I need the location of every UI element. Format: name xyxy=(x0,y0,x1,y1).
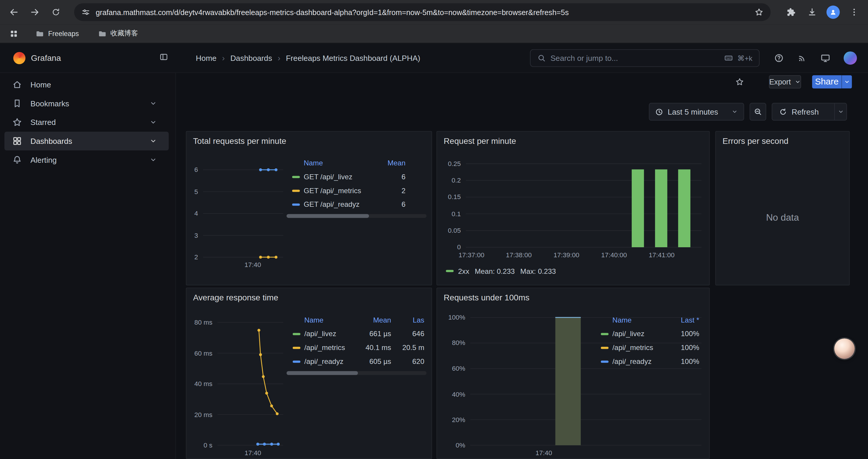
star-icon xyxy=(735,77,744,86)
time-range-picker[interactable]: Last 5 minutes xyxy=(649,103,744,121)
extensions-puzzle-icon xyxy=(787,8,796,17)
extensions-button[interactable] xyxy=(782,3,801,22)
reload-button[interactable] xyxy=(46,3,65,22)
site-settings-icon[interactable] xyxy=(81,8,90,17)
url-text[interactable]: grafana.mathmast.com/d/deytv4rwavabkb/fr… xyxy=(96,8,749,16)
chart-canvas[interactable] xyxy=(217,323,283,446)
user-avatar[interactable] xyxy=(844,51,857,64)
bookmark-item[interactable]: 收藏博客 xyxy=(98,29,138,38)
apps-grid-icon xyxy=(9,29,18,38)
legend-series-name[interactable]: GET /api/_livez xyxy=(292,172,379,181)
legend-series-name[interactable]: /api/_readyz xyxy=(293,357,359,366)
grafana-logo[interactable] xyxy=(13,52,25,64)
sidebar-item-dashboards[interactable]: Dashboards xyxy=(4,132,169,151)
legend-series-name[interactable]: GET /api/_readyz xyxy=(292,200,379,208)
legend-row[interactable]: GET /api/_livez6 xyxy=(292,170,406,184)
chart-plot[interactable]: 6543217:40 xyxy=(203,170,283,257)
legend-series-name[interactable]: /api/_livez xyxy=(601,330,671,338)
legend-row[interactable]: GET /api/_metrics2 xyxy=(292,184,406,198)
breadcrumb-item[interactable]: Freeleaps Metrics Dashboard (ALPHA) xyxy=(286,54,421,62)
panel-title[interactable]: Request per minute xyxy=(444,136,516,145)
back-button[interactable] xyxy=(4,3,23,22)
scrollbar-thumb[interactable] xyxy=(286,214,369,218)
legend-series-name[interactable]: /api/_metrics xyxy=(601,343,671,352)
legend-value: 620 xyxy=(391,357,427,366)
favorite-dashboard-button[interactable] xyxy=(733,75,746,89)
legend-row[interactable]: /api/_readyz100% xyxy=(601,355,699,368)
sidebar-item-label: Bookmarks xyxy=(30,99,146,108)
pan​el-title[interactable]: Errors per second xyxy=(722,136,788,145)
series-label: /api/_metrics xyxy=(304,343,345,352)
legend-row[interactable]: /api/_readyz605 µs620 xyxy=(293,355,427,368)
panel-title[interactable]: Requests under 100ms xyxy=(444,293,529,302)
mega-menu-toggle[interactable] xyxy=(159,52,168,63)
grafana-app: Grafana Home›Dashboards›Freeleaps Metric… xyxy=(0,43,868,459)
bookmark-item[interactable]: Freeleaps xyxy=(35,29,79,38)
sidebar-item-starred[interactable]: Starred xyxy=(4,113,169,132)
search-shortcut: ⌘+k xyxy=(737,54,752,62)
chart-plot[interactable]: 80 ms60 ms40 ms20 ms0 s17:40 xyxy=(217,323,283,446)
chart-plot[interactable]: 0.250.20.150.10.05017:37:0017:38:0017:39… xyxy=(466,164,702,247)
legend-series-name[interactable]: GET /api/_metrics xyxy=(292,186,379,195)
legend-row[interactable]: /api/_metrics100% xyxy=(601,340,699,355)
bookmark-star-icon[interactable] xyxy=(754,8,764,17)
sidebar-nav: HomeBookmarksStarredDashboardsAlerting xyxy=(0,73,176,459)
legend-stat: Mean: 0.233 xyxy=(475,267,515,275)
rss-icon[interactable] xyxy=(797,53,807,63)
legend-series-name[interactable]: 2xx xyxy=(458,267,469,275)
refresh-button[interactable]: Refresh xyxy=(772,103,834,120)
legend-column-header[interactable]: Mean xyxy=(379,159,406,167)
apps-button[interactable] xyxy=(6,26,21,41)
search-box[interactable]: ⌘+k xyxy=(530,49,760,67)
breadcrumb-item[interactable]: Home xyxy=(196,54,217,62)
export-button[interactable]: Export xyxy=(769,75,801,89)
chevron-down-icon[interactable] xyxy=(150,156,157,164)
chart-canvas[interactable] xyxy=(466,164,702,247)
chevron-down-icon[interactable] xyxy=(150,119,157,126)
browser-menu-button[interactable] xyxy=(845,3,864,22)
search-input[interactable] xyxy=(550,54,720,63)
sidebar-item-label: Starred xyxy=(30,118,146,127)
forward-button[interactable] xyxy=(25,3,44,22)
sidebar-item-alerting[interactable]: Alerting xyxy=(4,150,169,169)
legend-value: 40.1 ms xyxy=(359,343,391,352)
legend-row[interactable]: /api/_livez661 µs646 xyxy=(293,327,427,341)
legend-column-header[interactable]: Name xyxy=(601,316,671,324)
series-label: GET /api/_metrics xyxy=(304,186,361,195)
display-icon[interactable] xyxy=(820,53,831,63)
chevron-down-icon[interactable] xyxy=(150,137,157,145)
sidebar-item-home[interactable]: Home xyxy=(4,75,169,94)
breadcrumb-item[interactable]: Dashboards xyxy=(230,54,272,62)
zoom-out-button[interactable] xyxy=(749,103,766,121)
address-bar[interactable]: grafana.mathmast.com/d/deytv4rwavabkb/fr… xyxy=(74,3,771,21)
legend-row[interactable]: GET /api/_readyz6 xyxy=(292,197,406,211)
downloads-button[interactable] xyxy=(803,3,822,22)
y-tick-label: 0% xyxy=(456,441,465,449)
bookmark-label: 收藏博客 xyxy=(111,29,138,38)
legend-series-name[interactable]: /api/_readyz xyxy=(601,357,671,366)
legend-column-header[interactable]: Last * xyxy=(670,316,699,324)
help-icon[interactable] xyxy=(774,53,784,63)
floating-assistant-avatar[interactable] xyxy=(834,338,855,359)
chart-canvas[interactable] xyxy=(203,170,283,257)
panel-title[interactable]: Total requests per minute xyxy=(193,136,286,145)
legend-column-header[interactable]: Mean xyxy=(359,316,391,324)
legend-series-name[interactable]: /api/_metrics xyxy=(293,343,359,352)
series-swatch xyxy=(446,270,454,272)
legend-scrollbar[interactable] xyxy=(286,214,427,218)
legend-series-name[interactable]: /api/_livez xyxy=(293,330,359,338)
sidebar-item-bookmarks[interactable]: Bookmarks xyxy=(4,94,169,113)
panel-title[interactable]: Average response time xyxy=(193,293,278,302)
share-dropdown-button[interactable] xyxy=(841,75,852,89)
legend-row[interactable]: /api/_livez100% xyxy=(601,327,699,341)
legend-scrollbar[interactable] xyxy=(286,371,427,375)
legend-column-header[interactable]: Las xyxy=(391,316,427,324)
refresh-interval-dropdown[interactable] xyxy=(834,103,846,120)
legend-column-header[interactable]: Name xyxy=(293,316,359,324)
chevron-down-icon[interactable] xyxy=(150,100,157,107)
profile-button[interactable] xyxy=(824,3,843,22)
scrollbar-thumb[interactable] xyxy=(286,371,358,375)
legend-column-header[interactable]: Name xyxy=(292,159,379,167)
share-button[interactable]: Share xyxy=(812,75,841,89)
legend-row[interactable]: /api/_metrics40.1 ms20.5 m xyxy=(293,340,427,355)
